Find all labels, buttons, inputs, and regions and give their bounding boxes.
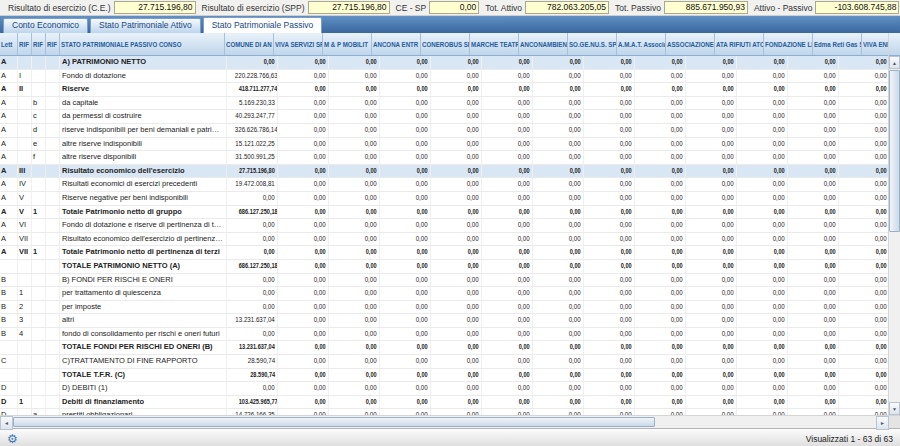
field-value[interactable]: 0,00 [429,1,479,14]
cell-value: 0,00 [635,83,686,96]
tab-conto-economico[interactable]: Conto Economico [3,18,88,33]
cell-value-text: 0,00 [773,219,785,231]
cell-value-text: 0,00 [723,165,734,177]
cell-value: 0,00 [737,83,788,96]
cell-value-text: 0,00 [315,341,326,353]
table-row[interactable]: DD) DEBITI (1)0,000,000,000,000,000,000,… [0,382,888,396]
table-row[interactable]: D1Debiti di finanziamento103.425.965,770… [0,396,888,410]
column-header[interactable]: SO.GE.NU.S. SP [568,33,617,55]
scroll-right-icon[interactable]: ► [876,416,889,430]
cell-value-text: 0,00 [621,246,632,258]
horizontal-scroll-track[interactable] [13,416,876,428]
cell-value: 0,00 [482,328,533,341]
cell-value-text: 0,00 [467,138,479,150]
table-row[interactable]: Daprestiti obbligazionari14.726.166,350,… [0,409,888,415]
table-row[interactable]: AIFondo di dotazione220.228.766,630,000,… [0,70,888,84]
column-header[interactable]: Edma Reti Gas S [813,33,862,55]
column-header[interactable]: ATA RIFIUTI ATC [715,33,764,55]
column-header[interactable]: Lett [0,33,18,55]
cell-value: 0,00 [737,206,788,219]
cell-value-text: 0,00 [467,355,479,367]
table-row[interactable]: Afaltre riserve disponibili31.500.991,25… [0,151,888,165]
cell-value: 0,00 [380,341,431,354]
vertical-scrollbar[interactable]: ▲ ▼ [888,33,900,415]
horizontal-scroll-thumb[interactable] [13,417,655,427]
table-row[interactable]: AV1Totale Patrimonio netto di gruppo686.… [0,206,888,220]
table-row[interactable]: Acda permessi di costruire40.293.247,770… [0,110,888,124]
table-row[interactable]: AVIIRisultato economico dell'esercizio d… [0,233,888,247]
column-header[interactable]: RIF [32,33,46,55]
column-header[interactable]: MARCHE TEATR [470,33,519,55]
cell-value-text: 0,00 [468,341,479,353]
field-value[interactable]: 27.715.196,80 [114,1,196,14]
column-header[interactable]: FONDAZIONE LI [764,33,813,55]
cell-value: 0,00 [686,287,737,300]
horizontal-scrollbar[interactable]: ◄ ► [0,415,900,428]
grid-viewport: LettRIFRIFRIFSTATO PATRIMONIALE PASSIVO … [0,33,888,415]
table-row[interactable]: AVIFondo di dotazione e riserve di perti… [0,219,888,233]
cell-value: 0,00 [380,409,431,415]
table-row[interactable]: Aealtre riserve indisponibili15.121.022,… [0,138,888,152]
cell-rif [46,178,60,191]
column-header[interactable]: RIF [18,33,32,55]
column-header[interactable]: RIF [46,33,60,55]
cell-value-text: 0,00 [468,260,479,272]
scroll-up-icon[interactable]: ▲ [889,56,900,69]
table-row[interactable]: AA) PATRIMONIO NETTO0,000,000,000,000,00… [0,56,888,70]
table-row[interactable]: B1per trattamento di quiescenza0,000,000… [0,287,888,301]
table-row[interactable]: TOTALE PATRIMONIO NETTO (A)686.127.250,1… [0,260,888,274]
column-header[interactable]: STATO PATRIMONIALE PASSIVO CONSO [60,33,225,55]
tab-stato-patrimoniale-attivo[interactable]: Stato Patrimoniale Attivo [90,18,201,33]
field-value[interactable]: 27.715.196,80 [308,1,390,14]
table-row[interactable]: Adriserve indisponibili per beni demania… [0,124,888,138]
cell-rif [46,206,60,219]
column-header[interactable]: CONEROBUS SP [421,33,470,55]
cell-value: 0,00 [431,382,482,395]
settings-gear-icon[interactable]: ⚙ [7,433,18,445]
cell-value-text: 0,00 [570,341,581,353]
cell-value-text: 0,00 [671,138,683,150]
table-row[interactable]: B3altri13.231.637,040,000,000,000,000,00… [0,314,888,328]
column-header[interactable]: M & P MOBILIT [323,33,372,55]
column-header[interactable]: ANCONA ENTR [372,33,421,55]
scroll-down-icon[interactable]: ▼ [889,402,900,415]
cell-value-text: 0,00 [519,341,530,353]
table-row[interactable]: B4fondo di consolidamento per rischi e o… [0,328,888,342]
table-row[interactable]: BB) FONDI PER RISCHI E ONERI0,000,000,00… [0,274,888,288]
cell-value: 0,00 [380,396,431,409]
column-header[interactable]: ANCONAMBIEN [519,33,568,55]
column-header[interactable]: ASSOCIAZIONE [666,33,715,55]
cell-value: 0,00 [533,233,584,246]
field-value[interactable]: -103.608.745,88 [815,1,899,14]
cell-value: 0,00 [533,178,584,191]
column-header[interactable]: A.M.A.T. Associa [617,33,666,55]
cell-value: 0,00 [380,56,431,69]
table-row[interactable]: AVII1Totale Patrimonio netto di pertinen… [0,246,888,260]
table-row[interactable]: TOTALE FONDI PER RISCHI ED ONERI (B)13.2… [0,341,888,355]
table-row[interactable]: CC)TRATTAMENTO DI FINE RAPPORTO28.590,74… [0,355,888,369]
tab-stato-patrimoniale-passivo[interactable]: Stato Patrimoniale Passivo [203,17,323,33]
table-row[interactable]: B2per imposte0,000,000,000,000,000,000,0… [0,301,888,315]
column-header[interactable]: VIVA SERVIZI SP [274,33,323,55]
field-value[interactable]: 782.063.205,05 [525,1,609,14]
cell-value: 0,00 [839,70,888,83]
field-value[interactable]: 885.671.950,93 [664,1,748,14]
cell-value-text: 0,00 [825,165,836,177]
table-row[interactable]: AIVRisultati economici di esercizi prece… [0,178,888,192]
vertical-scroll-thumb[interactable] [889,70,900,232]
column-header[interactable]: COMUNE DI AN [225,33,274,55]
table-row[interactable]: TOTALE T.F.R. (C)28.590,740,000,000,000,… [0,369,888,383]
vertical-scroll-track[interactable] [889,69,900,402]
scroll-left-icon[interactable]: ◄ [0,416,13,430]
cell-value-text: 0,00 [467,409,479,415]
cell-value: 0,00 [329,409,380,415]
cell-value: 0,00 [788,287,839,300]
table-row[interactable]: AVRiserve negative per beni indisponibil… [0,192,888,206]
cell-rif [18,138,32,151]
cell-value-text: 0,00 [365,124,377,136]
table-row[interactable]: AIIRiserve418.711.277,740,000,000,000,00… [0,83,888,97]
table-row[interactable]: AIIIRisultato economico dell'esercizio27… [0,165,888,179]
column-header[interactable]: VIVA ENERGIA S [862,33,888,55]
cell-value-text: 0,00 [876,246,887,258]
table-row[interactable]: Abda capitale5.169.230,330,000,000,000,0… [0,97,888,111]
